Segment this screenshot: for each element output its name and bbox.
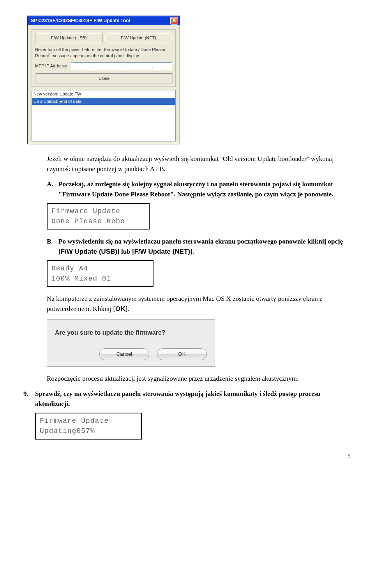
lcd-line: Done Please Rebo [51,216,145,226]
mac-confirm-paragraph: Na komputerze z zainstalowanym systemem … [47,294,351,314]
page-number: 5 [23,451,351,461]
window-title: SP C231SF/C232SF/C301SF F/W Update Tool [31,17,130,24]
ip-address-input[interactable]: . . . [71,62,172,70]
lcd-line: Updating057% [40,426,137,436]
update-tool-window: SP C231SF/C232SF/C301SF F/W Update Tool … [27,16,180,144]
ip-dot: . [90,63,91,69]
mac-dialog-title: Are you sure to update the firmware? [55,328,207,337]
step-9-text: Sprawdź, czy na wyświetlaczu panelu ster… [35,389,351,409]
step-b-option-net: F/W Update (NET) [134,248,191,255]
lcd-display-reboot: Firmware Update Done Please Rebo [47,203,150,230]
step-a-prefix: Poczekaj, aż rozlegnie się kolejny sygna… [58,180,333,188]
acoustic-signal-paragraph: Rozpoczęcie procesu aktualizacji jest sy… [47,374,351,384]
step-b-joiner: ] lub [ [117,248,134,255]
step-b-option-usb: F/W Update (USB) [61,248,117,255]
fw-update-usb-button[interactable]: F/W Update (USB) [35,33,102,43]
ip-dot: . [121,63,122,69]
step-a-message: "Firmware Update Done Please Reboot" [58,191,174,198]
lcd-line: Firmware Update [51,206,145,216]
lcd-line: 100% Mixed 01 [51,274,149,284]
lcd-display-updating: Firmware Update Updating057% [35,413,142,439]
window-body: F/W Update (USB) F/W Update (NET) Never … [28,25,180,144]
step-a-suffix: . Następnie wyłącz zasilanie, po czym wł… [174,191,333,198]
upper-group: F/W Update (USB) F/W Update (NET) Never … [32,29,176,87]
window-titlebar: SP C231SF/C232SF/C301SF F/W Update Tool … [28,16,180,25]
intro-paragraph: Jeżeli w oknie narzędzia do aktualizacji… [47,154,351,174]
close-icon[interactable]: X [170,17,178,25]
power-warning-text: Never turn off the power before the "Fir… [35,46,172,59]
ip-address-label: MFP IP Address: [35,63,67,69]
step-a: A. Poczekaj, aż rozlegnie się kolejny sy… [47,179,351,199]
fw-update-net-button[interactable]: F/W Update (NET) [105,33,172,43]
step-b-marker: B. [47,237,58,256]
step-9-marker: 9. [23,389,35,409]
log-listbox[interactable]: New version: Update FW USB Upload: End o… [32,90,176,141]
mac-confirm-dialog: Are you sure to update the firmware? Can… [47,319,215,367]
cancel-button[interactable]: Cancel [99,348,149,360]
ip-dot: . [152,63,153,69]
step-b: B. Po wyświetleniu się na wyświetlaczu p… [47,237,351,256]
close-button[interactable]: Close [35,73,173,84]
list-item: New version: Update FW [32,90,175,98]
mac-para-suffix: ]. [125,305,129,313]
step-a-text: Poczekaj, aż rozlegnie się kolejny sygna… [58,179,351,199]
ok-inline-label: OK [115,305,125,313]
ok-button[interactable]: OK [157,348,207,360]
lcd-line: Firmware Update [40,416,137,426]
lcd-display-ready: Ready A4 100% Mixed 01 [47,260,153,287]
step-b-suffix: ]. [190,248,194,255]
list-item-selected: USB Upload: End of data. [32,98,175,105]
lcd-line: Ready A4 [51,263,149,274]
step-a-marker: A. [47,179,58,199]
step-9: 9. Sprawdź, czy na wyświetlaczu panelu s… [23,389,351,409]
mac-para-prefix: Na komputerze z zainstalowanym systemem … [47,295,323,313]
step-b-text: Po wyświetleniu się na wyświetlaczu pane… [58,237,351,256]
